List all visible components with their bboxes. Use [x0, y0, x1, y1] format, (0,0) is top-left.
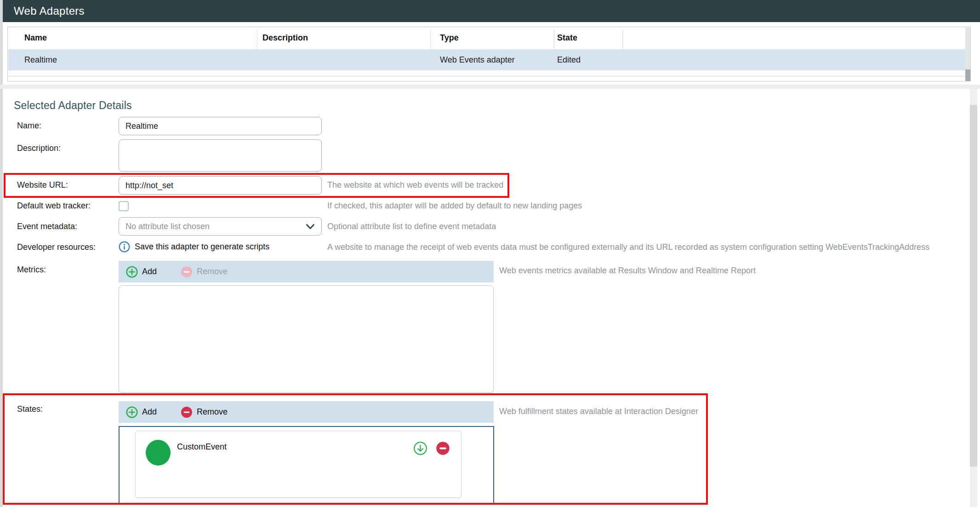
states-add-label: Add	[142, 407, 157, 417]
metrics-remove-button[interactable]: Remove	[181, 266, 228, 278]
description-label: Description:	[17, 144, 61, 153]
default-web-tracker-label: Default web tracker:	[17, 201, 91, 211]
column-header-type[interactable]: Type	[440, 27, 459, 49]
metrics-toolbar: Add Remove	[119, 261, 494, 282]
states-remove-button[interactable]: Remove	[181, 406, 228, 418]
event-metadata-select[interactable]: No attribute list chosen	[119, 217, 322, 236]
name-input[interactable]	[119, 117, 322, 135]
metrics-add-label: Add	[142, 267, 157, 277]
developer-resources-help: A website to manage the receipt of web e…	[327, 242, 929, 252]
website-url-label: Website URL:	[17, 180, 68, 190]
column-header-state[interactable]: State	[557, 27, 577, 49]
states-add-button[interactable]: Add	[126, 406, 157, 418]
state-status-circle	[146, 440, 171, 466]
default-web-tracker-help: If checked, this adapter will be added b…	[327, 201, 582, 211]
metrics-label: Metrics:	[17, 265, 46, 275]
column-divider	[257, 29, 257, 49]
remove-circle-icon	[181, 406, 193, 418]
left-gutter	[0, 0, 3, 507]
info-icon	[119, 241, 130, 253]
column-header-name[interactable]: Name	[24, 27, 47, 49]
remove-circle-icon-disabled	[181, 266, 193, 278]
chevron-down-icon	[306, 224, 315, 230]
states-remove-label: Remove	[197, 407, 228, 417]
developer-resources-label: Developer resources:	[17, 242, 96, 252]
event-metadata-help: Optional attribute list to define event …	[327, 222, 496, 231]
adapters-table: Name Description Type State Realtime Web…	[7, 27, 971, 81]
metrics-help: Web events metrics available at Results …	[499, 266, 756, 276]
cell-name[interactable]: Realtime	[24, 49, 57, 70]
event-metadata-selected-value: No attribute list chosen	[125, 222, 210, 231]
states-label: States:	[17, 404, 43, 414]
states-help: Web fulfillment states available at Inte…	[499, 407, 698, 416]
event-metadata-label: Event metadata:	[17, 222, 77, 231]
description-input[interactable]	[119, 139, 322, 172]
cell-state[interactable]: Edited	[557, 49, 581, 70]
title-bar: Web Adapters	[3, 0, 980, 22]
add-circle-icon	[126, 406, 138, 418]
metrics-list[interactable]	[119, 285, 494, 393]
move-down-icon[interactable]	[413, 441, 427, 455]
state-item-actions	[413, 441, 450, 455]
metrics-remove-label: Remove	[197, 267, 228, 277]
column-divider	[554, 29, 554, 49]
states-toolbar: Add Remove	[119, 401, 494, 423]
website-url-help: The website at which web events will be …	[327, 180, 503, 190]
states-list: CustomEvent	[119, 426, 494, 504]
website-url-input[interactable]	[119, 176, 322, 195]
column-divider	[622, 29, 623, 49]
remove-state-icon[interactable]	[436, 441, 450, 455]
name-label: Name:	[17, 121, 41, 131]
default-web-tracker-checkbox[interactable]	[119, 201, 129, 211]
add-circle-icon	[126, 266, 138, 278]
web-adapters-page: Web Adapters Name Description Type State…	[0, 0, 980, 507]
column-header-description[interactable]: Description	[262, 27, 308, 49]
header-row-divider	[8, 76, 970, 76]
table-scrollbar-thumb[interactable]	[965, 69, 970, 81]
cell-type[interactable]: Web Events adapter	[440, 49, 515, 70]
section-divider	[0, 85, 980, 89]
state-list-item[interactable]: CustomEvent	[135, 431, 462, 498]
developer-resources-note: Save this adapter to generate scripts	[119, 241, 269, 253]
page-title: Web Adapters	[3, 5, 85, 17]
developer-resources-text: Save this adapter to generate scripts	[135, 242, 269, 252]
state-name: CustomEvent	[177, 442, 227, 452]
metrics-add-button[interactable]: Add	[126, 266, 157, 278]
column-divider	[430, 29, 431, 49]
section-heading: Selected Adapter Details	[14, 99, 132, 112]
page-scrollbar-thumb[interactable]	[970, 105, 977, 467]
